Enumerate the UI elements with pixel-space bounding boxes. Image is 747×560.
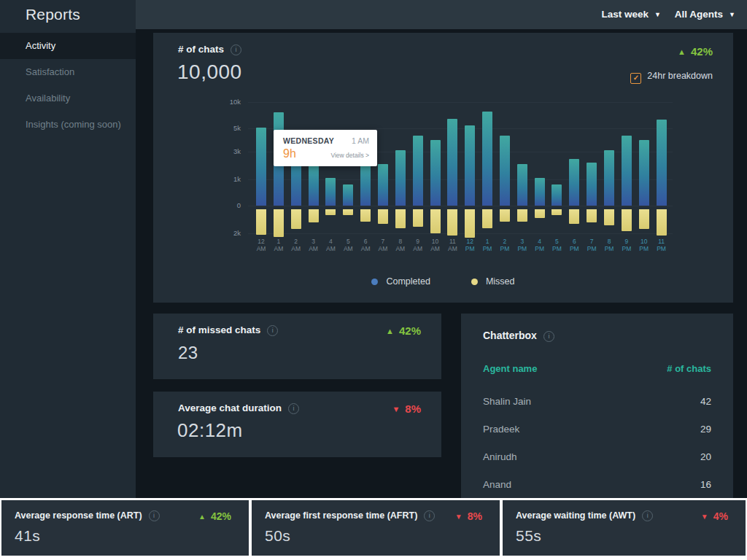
completed-bar[interactable] <box>604 150 614 206</box>
kpi-card-awt: Average waiting time (AWT)i▼4%55s <box>503 500 746 556</box>
completed-bar[interactable] <box>569 159 579 206</box>
chevron-down-icon: ▼ <box>654 11 661 18</box>
completed-bar[interactable] <box>465 125 475 206</box>
agents-dropdown[interactable]: All Agents▼ <box>675 0 735 29</box>
x-axis-label: 11AM <box>444 238 461 252</box>
missed-bar[interactable] <box>622 209 632 231</box>
missed-bar[interactable] <box>360 209 371 222</box>
completed-bar[interactable] <box>551 184 562 206</box>
completed-bar[interactable] <box>622 136 632 206</box>
x-axis-label: 7AM <box>374 238 392 252</box>
completed-bar[interactable] <box>447 119 457 206</box>
missed-bar[interactable] <box>256 209 266 235</box>
completed-bar[interactable] <box>309 163 319 206</box>
info-icon[interactable]: i <box>267 325 278 336</box>
bottom-kpi-strip: Average response time (ART)i▲42%41sAvera… <box>0 498 747 560</box>
chevron-down-icon: ▼ <box>729 11 735 18</box>
missed-bar[interactable] <box>551 209 562 215</box>
missed-bar[interactable] <box>309 209 319 222</box>
completed-bar[interactable] <box>343 184 353 206</box>
missed-bar[interactable] <box>482 209 492 228</box>
x-axis-label: 4AM <box>322 238 339 252</box>
x-axis-label: 3PM <box>514 238 531 252</box>
tooltip-day: WEDNESDAY <box>283 136 334 145</box>
sidebar-item-insights-coming-soon[interactable]: Insights (coming soon) <box>0 112 136 138</box>
sidebar-item-activity[interactable]: Activity <box>0 33 136 59</box>
y-axis-tick-label: 0 <box>210 201 241 209</box>
missed-bar[interactable] <box>535 209 545 218</box>
missed-bar[interactable] <box>274 209 284 237</box>
checkbox-checked-icon[interactable]: ✓ <box>630 73 641 84</box>
agent-row[interactable]: Anand16 <box>461 472 733 499</box>
missed-bar[interactable] <box>517 209 527 222</box>
trend-down-icon: ▼ <box>392 405 400 413</box>
legend-item-completed[interactable]: Completed <box>371 276 430 287</box>
missed-bar[interactable] <box>430 209 441 233</box>
completed-bar[interactable] <box>587 163 597 206</box>
gridline <box>248 206 673 206</box>
kpi-card-art: Average response time (ART)i▲42%41s <box>1 500 249 556</box>
x-axis-label: 6PM <box>565 238 583 252</box>
info-icon[interactable]: i <box>642 510 653 521</box>
agent-row[interactable]: Shalin Jain42 <box>461 389 733 416</box>
missed-bar[interactable] <box>325 209 336 215</box>
sidebar-item-satisfaction[interactable]: Satisfaction <box>0 59 136 85</box>
agent-name: Shalin Jain <box>483 396 531 407</box>
legend-dot-icon <box>471 279 478 285</box>
completed-bar[interactable] <box>360 161 371 206</box>
sidebar-nav: ActivitySatisfactionAvailabilityInsights… <box>0 33 136 138</box>
trend-up-icon: ▲ <box>386 327 394 335</box>
info-icon[interactable]: i <box>424 510 435 521</box>
agent-row[interactable]: Pradeek29 <box>461 416 733 444</box>
y-axis-tick-label: 3k <box>210 147 241 155</box>
topbar: Last week▼ All Agents▼ <box>136 0 747 29</box>
agent-chat-count: 29 <box>700 424 711 435</box>
missed-bar[interactable] <box>395 209 406 228</box>
missed-bar[interactable] <box>447 209 457 236</box>
kpi-value: 50s <box>265 527 290 545</box>
missed-bar[interactable] <box>639 209 649 229</box>
info-icon[interactable]: i <box>231 44 241 55</box>
missed-bar[interactable] <box>500 209 510 222</box>
missed-bar[interactable] <box>413 209 423 227</box>
missed-bar[interactable] <box>343 209 353 215</box>
missed-bar[interactable] <box>587 209 597 222</box>
completed-bar[interactable] <box>482 112 492 206</box>
missed-bar[interactable] <box>291 209 301 229</box>
completed-bar[interactable] <box>500 136 510 206</box>
card-title: Average waiting time (AWT)i <box>516 510 653 521</box>
info-icon[interactable]: i <box>543 331 554 342</box>
completed-bar[interactable] <box>535 178 545 206</box>
completed-bar[interactable] <box>256 128 266 206</box>
y-axis-tick-label: 1k <box>210 175 241 183</box>
missed-bar[interactable] <box>465 209 475 238</box>
missed-bar[interactable] <box>569 209 579 224</box>
time-range-dropdown[interactable]: Last week▼ <box>602 0 661 29</box>
completed-bar[interactable] <box>517 164 527 206</box>
page-title: Reports <box>26 6 80 23</box>
tooltip-value: 9h <box>283 147 296 160</box>
chatterbox-card: Chatterboxi Agent name # of chats Shalin… <box>461 314 733 498</box>
sidebar-item-availability[interactable]: Availability <box>0 85 136 112</box>
completed-bar[interactable] <box>430 140 441 206</box>
missed-bar[interactable] <box>657 209 667 236</box>
time-range-value: Last week <box>602 9 649 20</box>
completed-bar[interactable] <box>413 136 423 206</box>
agent-row[interactable]: Anirudh20 <box>461 444 733 472</box>
completed-bar[interactable] <box>395 150 406 206</box>
info-icon[interactable]: i <box>288 403 299 414</box>
legend-item-missed[interactable]: Missed <box>471 276 515 287</box>
completed-bar[interactable] <box>325 178 336 206</box>
card-title: Average response time (ART)i <box>15 510 160 521</box>
view-details-link[interactable]: View details > <box>330 152 369 159</box>
info-icon[interactable]: i <box>149 510 160 521</box>
x-axis-label: 10PM <box>635 238 653 252</box>
trend-up-icon: ▲ <box>198 513 206 521</box>
missed-bar[interactable] <box>604 209 614 225</box>
x-axis-label: 1PM <box>479 238 496 252</box>
breakdown-label: 24hr breakdown <box>647 71 713 81</box>
missed-bar[interactable] <box>378 209 388 224</box>
completed-bar[interactable] <box>378 164 388 206</box>
completed-bar[interactable] <box>639 140 649 206</box>
completed-bar[interactable] <box>657 120 667 206</box>
